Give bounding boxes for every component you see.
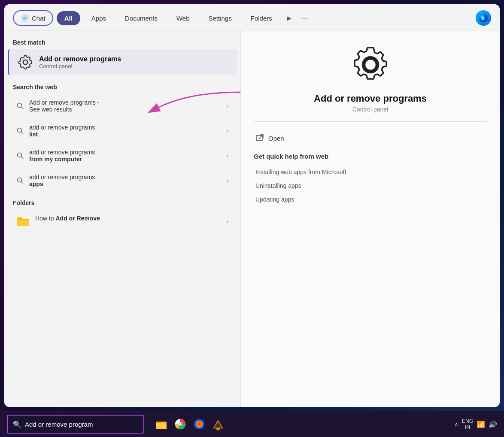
search-icon-3 [16,152,24,160]
all-tab-label: All [64,15,73,22]
folders-section-label: Folders [4,199,240,206]
taskbar-search-input[interactable] [25,421,138,428]
svg-point-15 [179,423,182,425]
apps-tab-label: Apps [91,15,106,22]
svg-rect-10 [156,423,167,429]
best-match-label: Best match [4,39,240,46]
search-panel: Chat All Apps Documents Web Settings Fol… [4,4,500,407]
web-result-item-1[interactable]: Add or remove programs - See web results… [8,94,237,118]
vlc-icon[interactable] [209,416,227,433]
chat-tab-icon [21,14,29,22]
web-result-text-2: add or remove programs list [29,124,221,138]
chevron-right-folder: › [226,218,228,225]
detail-subtitle: Control panel [254,106,487,113]
web-result-item-2[interactable]: add or remove programs list › [8,119,237,143]
folder-item-1[interactable]: How to Add or Remove ... › [8,210,237,234]
chat-tab-label: Chat [32,15,46,22]
gear-icon [18,54,33,70]
detail-divider [254,121,487,122]
tab-settings[interactable]: Settings [201,11,240,25]
web-result-text-3: add or remove programs from my computer [29,149,221,163]
more-options-button[interactable]: ··· [298,12,312,24]
detail-icon-container [254,43,487,86]
taskbar-icons [153,416,227,433]
taskbar-search-box[interactable]: 🔍 [7,415,144,434]
taskbar: 🔍 [0,411,504,437]
web-result-text-4: add or remove programs apps [29,174,221,187]
svg-text:b: b [481,15,485,21]
web-result-item-3[interactable]: add or remove programs from my computer … [8,144,237,168]
firefox-icon[interactable] [191,416,208,433]
main-content: Best match Add or remove programs Contro… [4,30,500,407]
language-indicator: ENG IN [462,418,473,431]
folders-section: Folders How to Add or Remove ... › [4,199,240,234]
chevron-right-4: › [226,177,228,184]
right-panel: Add or remove programs Control panel Ope… [240,30,500,407]
quick-help-item-1[interactable]: Installing web apps from Microsoft [254,165,487,179]
detail-title: Add or remove programs [254,93,487,104]
search-icon-1 [16,102,24,110]
open-label: Open [268,135,284,142]
best-match-item[interactable]: Add or remove programs Control panel [8,49,237,75]
quick-help-item-2[interactable]: Uninstalling apps [254,179,487,193]
quick-help-label: Get quick help from web [254,153,487,160]
quick-help-item-3[interactable]: Updating apps [254,193,487,206]
chevron-right-3: › [226,152,228,159]
best-match-text: Add or remove programs Control panel [39,55,121,69]
svg-point-18 [197,422,201,426]
more-play-button[interactable]: ▶ [283,13,295,23]
open-icon [255,134,264,142]
chevron-right-2: › [226,127,228,134]
tab-apps[interactable]: Apps [84,11,114,25]
tab-all[interactable]: All [57,11,80,25]
search-web-section: Search the web Add or remove programs - … [4,84,240,193]
best-match-title: Add or remove programs [39,55,121,63]
search-icon-4 [16,177,24,184]
tab-bar: Chat All Apps Documents Web Settings Fol… [4,4,500,30]
tab-documents[interactable]: Documents [117,11,165,25]
folders-tab-label: Folders [251,15,272,22]
bing-logo-icon: b [479,13,488,23]
file-explorer-icon[interactable] [153,416,170,433]
bing-icon[interactable]: b [476,10,491,26]
open-button[interactable]: Open [254,130,487,146]
folder-icon-1 [16,216,30,228]
best-match-subtitle: Control panel [39,63,121,69]
svg-rect-21 [216,428,220,430]
system-tray: ∧ ENG IN 📶 🔊 [454,418,497,431]
search-icon-2 [16,127,24,135]
chevron-up-icon[interactable]: ∧ [454,421,458,428]
detail-gear-icon [349,43,392,86]
tab-chat[interactable]: Chat [13,10,53,26]
web-result-text-1: Add or remove programs - See web results [29,99,221,113]
volume-icon[interactable]: 🔊 [489,420,497,428]
folder-text-1: How to Add or Remove ... [35,215,221,229]
chrome-icon[interactable] [172,416,189,433]
web-tab-label: Web [176,15,190,22]
wifi-icon[interactable]: 📶 [477,420,485,428]
taskbar-search-icon: 🔍 [13,420,21,428]
chevron-right-1: › [226,102,228,109]
documents-tab-label: Documents [125,15,158,22]
tab-folders[interactable]: Folders [243,11,280,25]
tab-web[interactable]: Web [169,11,197,25]
search-web-label: Search the web [4,84,240,90]
web-result-item-4[interactable]: add or remove programs apps › [8,169,237,193]
settings-tab-label: Settings [209,15,232,22]
left-panel: Best match Add or remove programs Contro… [4,30,240,407]
